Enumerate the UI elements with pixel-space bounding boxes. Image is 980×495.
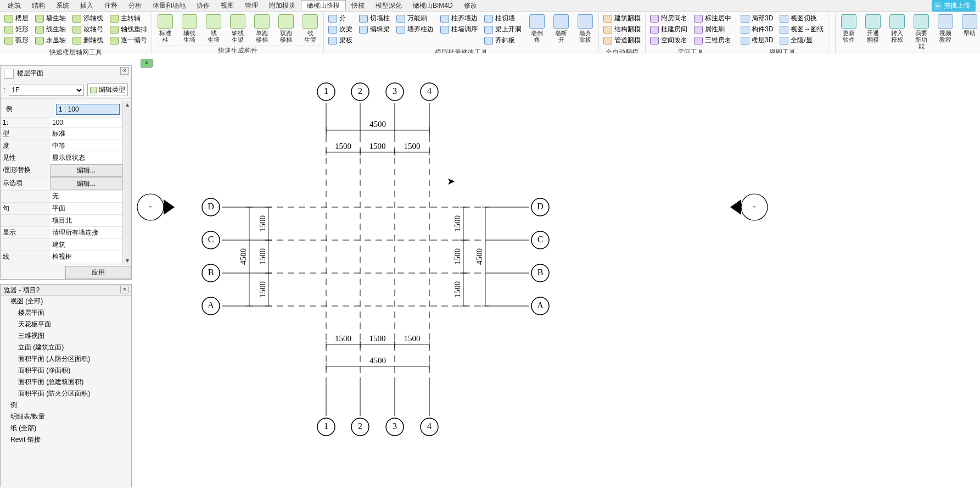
- ribbon-button[interactable]: 局部3D: [740, 13, 774, 24]
- menu-tab[interactable]: 附加模块: [264, 1, 301, 10]
- ribbon-button[interactable]: 视频教程: [936, 13, 955, 51]
- ribbon-button[interactable]: 三维房名: [693, 35, 732, 46]
- ribbon-button[interactable]: 齐斜板: [483, 35, 523, 46]
- tree-node[interactable]: 视图 (全部): [1, 296, 131, 307]
- ribbon-button[interactable]: 开通翻模: [863, 13, 883, 51]
- menu-tab[interactable]: 快核: [346, 1, 370, 10]
- tree-node[interactable]: 立面 (建筑立面): [1, 342, 131, 353]
- ribbon-button[interactable]: 逐一编号: [109, 35, 148, 46]
- ribbon-button[interactable]: 次梁: [327, 24, 354, 35]
- menu-tab[interactable]: 协作: [191, 1, 215, 10]
- tree-node[interactable]: 面积平面 (总建筑面积): [1, 376, 131, 388]
- menu-tab[interactable]: 橄榄山快模: [301, 0, 346, 10]
- scroll-up-icon[interactable]: ▴: [123, 101, 131, 109]
- property-row[interactable]: 见性显示原状态: [1, 152, 122, 164]
- menu-tab[interactable]: 注释: [99, 1, 123, 10]
- property-row[interactable]: 度中等: [1, 140, 122, 152]
- property-row[interactable]: 例1 : 100: [1, 101, 122, 118]
- ribbon-button[interactable]: 全隐/显: [779, 35, 825, 46]
- ribbon-button[interactable]: 柱墙调序: [439, 24, 479, 35]
- property-row[interactable]: 1:100: [1, 118, 122, 128]
- ribbon-button[interactable]: 线生管: [300, 13, 320, 44]
- tree-node[interactable]: 纸 (全部): [1, 422, 131, 434]
- menu-tab[interactable]: 视图: [215, 1, 239, 10]
- ribbon-button[interactable]: 双跑楼梯: [276, 13, 296, 44]
- property-row[interactable]: 无: [1, 191, 122, 203]
- tree-node[interactable]: 明细表/数量: [1, 411, 131, 422]
- ribbon-button[interactable]: 线生轴: [34, 24, 67, 35]
- ribbon-button[interactable]: 视图切换: [779, 13, 825, 24]
- menu-tab[interactable]: 结构: [26, 1, 51, 10]
- ribbon-button[interactable]: 墙齐柱边: [395, 24, 435, 35]
- properties-scrollbar[interactable]: ▴ ▾: [122, 101, 131, 265]
- menu-tab[interactable]: 建筑: [2, 1, 26, 10]
- ribbon-button[interactable]: 更新软件: [839, 13, 859, 51]
- ribbon-button[interactable]: 构件3D: [740, 24, 774, 35]
- menu-tab[interactable]: 分析: [123, 1, 147, 10]
- ribbon-button[interactable]: 空间改名: [649, 35, 688, 46]
- menu-tab[interactable]: 体量和场地: [147, 1, 191, 10]
- ribbon-button[interactable]: 墙倒角: [527, 13, 547, 46]
- property-row[interactable]: 型标准: [1, 128, 122, 140]
- ribbon-button[interactable]: 线生墙: [204, 13, 223, 44]
- ribbon-button[interactable]: 主转辅: [109, 13, 148, 24]
- ribbon-button[interactable]: 批建房间: [649, 24, 688, 35]
- ribbon-button[interactable]: 结构翻模: [602, 24, 642, 35]
- ribbon-button[interactable]: 附房间名: [649, 13, 688, 24]
- scroll-down-icon[interactable]: ▾: [123, 257, 131, 265]
- ribbon-button[interactable]: 改轴号: [71, 24, 104, 35]
- ribbon-button[interactable]: 墙断开: [551, 13, 571, 46]
- ribbon-button[interactable]: 删轴线: [71, 35, 104, 46]
- ribbon-button[interactable]: 柱切墙: [483, 13, 523, 24]
- ribbon-button[interactable]: 墙生轴: [34, 13, 67, 24]
- tree-node[interactable]: 面积平面 (人防分区面积): [1, 353, 131, 365]
- ribbon-button[interactable]: 标准柱: [155, 13, 175, 44]
- level-select[interactable]: 1F: [9, 85, 84, 96]
- ribbon-button[interactable]: 编辑梁: [358, 24, 391, 35]
- close-icon[interactable]: ×: [120, 286, 129, 293]
- menu-tab[interactable]: 系统: [51, 1, 75, 10]
- ribbon-button[interactable]: 梁板: [327, 35, 354, 46]
- ribbon-button[interactable]: 建筑翻模: [602, 13, 642, 24]
- menu-tab[interactable]: 模型深化: [370, 1, 407, 10]
- ribbon-button[interactable]: 墙齐梁板: [575, 13, 595, 46]
- tree-node[interactable]: 天花板平面: [1, 319, 131, 330]
- ribbon-button[interactable]: 属性刷: [693, 24, 732, 35]
- tree-node[interactable]: 三维视图: [1, 330, 131, 342]
- ribbon-button[interactable]: 我要新功能: [911, 13, 931, 51]
- tree-node[interactable]: 例: [1, 399, 131, 411]
- drawing-canvas[interactable]: × 11223344DDCCBBAA4500150015001500450015…: [134, 53, 980, 495]
- property-row[interactable]: 句平面: [1, 203, 122, 215]
- property-row[interactable]: 项目北: [1, 215, 122, 227]
- menu-tab[interactable]: 管理: [239, 1, 264, 10]
- ribbon-button[interactable]: 分: [327, 13, 354, 24]
- ribbon-button[interactable]: 添轴线: [71, 13, 104, 24]
- menu-tab[interactable]: 橄榄山BIM4D: [407, 1, 458, 10]
- ribbon-button[interactable]: 帮助: [960, 13, 979, 51]
- property-row[interactable]: 建筑: [1, 239, 122, 251]
- apply-button[interactable]: 应用: [65, 266, 131, 279]
- tree-node[interactable]: Revit 链接: [1, 434, 131, 446]
- ribbon-button[interactable]: 标注居中: [693, 13, 732, 24]
- ribbon-button[interactable]: 轴线生梁: [228, 13, 248, 44]
- ribbon-button[interactable]: 楼层3D: [740, 35, 774, 46]
- property-row[interactable]: 线检视框: [1, 251, 122, 263]
- ribbon-button[interactable]: 转入授权: [887, 13, 907, 51]
- ribbon-button[interactable]: 楼层: [3, 13, 30, 24]
- ribbon-button[interactable]: 矩形: [3, 24, 30, 35]
- edit-type-button[interactable]: 编辑类型: [87, 84, 128, 96]
- tree-node[interactable]: 面积平面 (净面积): [1, 365, 131, 376]
- ribbon-button[interactable]: 弧形: [3, 35, 30, 46]
- tree-node[interactable]: 楼层平面: [1, 307, 131, 319]
- property-row[interactable]: 显示清理所有墙连接: [1, 227, 122, 239]
- property-row[interactable]: /图形替换编辑...: [1, 164, 122, 177]
- property-row[interactable]: 示选项编辑...: [1, 177, 122, 191]
- ribbon-button[interactable]: 轴线重排: [109, 24, 148, 35]
- close-icon[interactable]: ×: [120, 67, 129, 75]
- ribbon-button[interactable]: 切墙柱: [358, 13, 391, 24]
- ribbon-button[interactable]: 梁上开洞: [483, 24, 523, 35]
- tree-node[interactable]: 面积平面 (防火分区面积): [1, 388, 131, 399]
- ribbon-button[interactable]: 柱齐墙边: [439, 13, 479, 24]
- menu-tab[interactable]: 插入: [75, 1, 99, 10]
- ribbon-button[interactable]: 管道翻模: [602, 35, 642, 46]
